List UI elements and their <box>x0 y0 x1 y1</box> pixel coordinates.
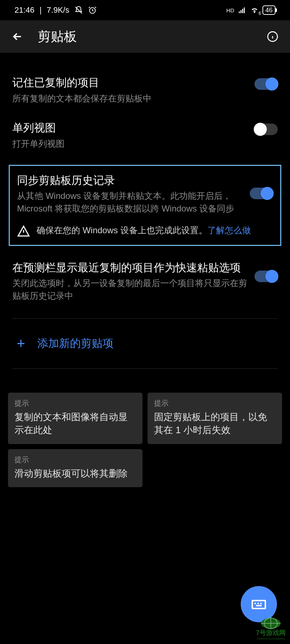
setting-single-column[interactable]: 单列视图 打开单列视图 <box>0 113 290 158</box>
toggle-sync[interactable] <box>250 188 273 199</box>
status-bar: 21:46 | 7.9K/s HD 6 46 <box>0 0 290 20</box>
watermark: 7号游戏网 7HAOYOUXIWANG <box>256 617 286 640</box>
battery-indicator: 46 <box>262 5 276 15</box>
tip-body: 复制的文本和图像将自动显示在此处 <box>14 410 136 437</box>
svg-rect-4 <box>244 8 245 13</box>
setting-prediction-bar[interactable]: 在预测栏显示最近复制的项目作为快速粘贴选项 关闭此选项时，从另一设备复制的最后一… <box>0 252 290 310</box>
plus-icon: + <box>17 336 25 351</box>
svg-rect-1 <box>239 12 240 13</box>
warning-icon <box>17 225 30 238</box>
app-header: 剪贴板 <box>0 20 290 53</box>
svg-rect-6 <box>252 601 265 609</box>
keyboard-icon <box>250 595 268 613</box>
setting-desc: 从其他 Windows 设备复制并粘贴文本。此功能开启后，Microsoft 将… <box>17 190 243 215</box>
back-button[interactable] <box>10 29 25 44</box>
add-clipboard-item[interactable]: + 添加新的剪贴项 <box>0 327 290 360</box>
setting-title: 单列视图 <box>12 121 247 135</box>
page-title: 剪贴板 <box>38 28 252 46</box>
sync-warning: 确保在您的 Windows 设备上也完成此设置。了解怎么做 <box>13 217 277 238</box>
status-net-speed: 7.9K/s <box>47 5 69 15</box>
tips-grid: 提示 复制的文本和图像将自动显示在此处 提示 固定剪贴板上的项目，以免其在 1 … <box>0 377 290 487</box>
toggle-prediction[interactable] <box>254 271 278 282</box>
learn-how-link[interactable]: 了解怎么做 <box>207 225 251 235</box>
setting-sync-clipboard[interactable]: 同步剪贴板历史记录 从其他 Windows 设备复制并粘贴文本。此功能开启后，M… <box>13 171 277 217</box>
globe-icon <box>260 617 282 630</box>
tip-body: 滑动剪贴板项可以将其删除 <box>14 467 136 480</box>
hd-indicator: HD <box>226 7 234 13</box>
warning-text: 确保在您的 Windows 设备上也完成此设置。 <box>37 225 207 235</box>
setting-remember-copied[interactable]: 记住已复制的项目 所有复制的文本都会保存在剪贴板中 <box>0 67 290 113</box>
setting-desc: 关闭此选项时，从另一设备复制的最后一个项目将只显示在剪贴板历史记录中 <box>12 277 247 302</box>
setting-title: 同步剪贴板历史记录 <box>17 173 243 188</box>
wifi-icon: 6 <box>250 6 259 14</box>
svg-rect-9 <box>260 603 262 604</box>
tip-card: 提示 固定剪贴板上的项目，以免其在 1 小时后失效 <box>148 393 282 444</box>
sync-highlight-box: 同步剪贴板历史记录 从其他 Windows 设备复制并粘贴文本。此功能开启后，M… <box>9 165 281 246</box>
svg-rect-8 <box>257 603 259 604</box>
toggle-remember[interactable] <box>254 78 278 90</box>
tip-label: 提示 <box>154 398 276 408</box>
svg-rect-7 <box>254 603 256 604</box>
svg-rect-2 <box>240 10 241 13</box>
watermark-brand: 7号游戏网 <box>256 628 286 637</box>
info-button[interactable] <box>265 29 280 44</box>
setting-desc: 所有复制的文本都会保存在剪贴板中 <box>12 92 247 105</box>
alarm-icon <box>88 6 97 14</box>
tip-label: 提示 <box>14 398 136 408</box>
add-label: 添加新的剪贴项 <box>37 336 113 351</box>
divider <box>12 318 278 319</box>
setting-title: 记住已复制的项目 <box>12 75 247 90</box>
tip-card: 提示 复制的文本和图像将自动显示在此处 <box>8 393 142 444</box>
watermark-sub: 7HAOYOUXIWANG <box>257 637 285 640</box>
setting-title: 在预测栏显示最近复制的项目作为快速粘贴选项 <box>12 260 247 275</box>
svg-rect-10 <box>256 605 262 606</box>
divider <box>12 368 278 369</box>
status-time: 21:46 <box>14 5 34 15</box>
tip-card: 提示 滑动剪贴板项可以将其删除 <box>8 449 142 487</box>
signal-icon <box>238 6 246 14</box>
settings-list: 记住已复制的项目 所有复制的文本都会保存在剪贴板中 单列视图 打开单列视图 同步… <box>0 53 290 487</box>
bell-off-icon <box>74 6 83 14</box>
tip-body: 固定剪贴板上的项目，以免其在 1 小时后失效 <box>154 410 276 437</box>
tip-label: 提示 <box>14 455 136 465</box>
svg-rect-3 <box>242 9 243 13</box>
toggle-single-column[interactable] <box>254 124 278 135</box>
setting-desc: 打开单列视图 <box>12 138 247 150</box>
